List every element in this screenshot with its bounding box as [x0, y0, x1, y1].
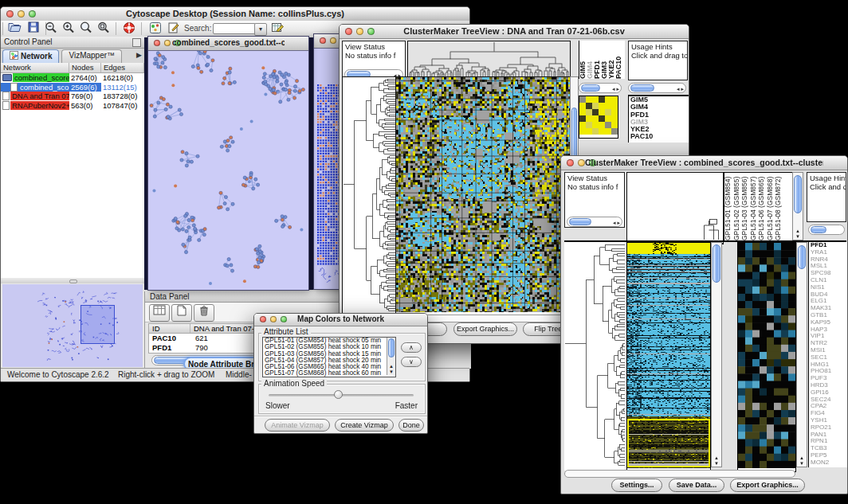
attribute-list-vscrollbar[interactable]: ▲▼ [387, 338, 395, 375]
move-attribute-down-button[interactable]: ∨ [401, 357, 422, 367]
close-button[interactable] [345, 28, 352, 35]
column-dendrogram-canvas [627, 173, 723, 240]
scrollbar-thumb[interactable] [798, 245, 806, 269]
close-button[interactable] [154, 40, 160, 46]
network-table-row[interactable]: DNA and Tran 07769(0)183728(0) [1, 92, 144, 101]
panel-splitter[interactable] [1, 278, 144, 283]
attribute-browser-button[interactable] [269, 21, 286, 36]
tab-vizmapper[interactable]: VizMapper™ [61, 49, 122, 64]
annotation-button[interactable] [165, 21, 183, 36]
search-input[interactable] [213, 23, 256, 34]
treeview1-titlebar[interactable]: ClusterMaker TreeView : DNA and Tran 07-… [340, 25, 689, 39]
attribute-listbox[interactable]: GPL51-01 (GSM854) heat shock 05 minGPL51… [262, 337, 396, 377]
close-button[interactable] [6, 10, 14, 18]
column-label[interactable]: GPL51-06 (GSM865) [758, 173, 767, 240]
close-button[interactable] [320, 37, 326, 44]
treeview1-hints-scrollbar[interactable]: ◂ ▸ [628, 83, 686, 93]
treeview2-save-data-button[interactable]: Save Data... [669, 479, 724, 492]
close-button[interactable] [567, 159, 574, 166]
scrollbar-arrows[interactable]: ◂ ▸ [613, 219, 620, 226]
scrollbar-arrows[interactable]: ◂ ▸ [677, 85, 684, 92]
minimize-button[interactable] [18, 10, 25, 18]
column-label[interactable]: GPL51-08 (GSM872) [775, 173, 783, 240]
tab-overflow-button[interactable]: ▶ [136, 49, 142, 63]
treeview2-labels-vscrollbar[interactable]: ▲▼ [792, 172, 803, 240]
main-title-bar[interactable]: Cytoscape Desktop (Session Name: collins… [1, 7, 469, 21]
minimize-button[interactable] [578, 159, 585, 166]
treeview1-export-graphics-button[interactable]: Export Graphics... [453, 322, 517, 336]
network-table-row[interactable]: combined_scores_2764(0)16218(0) [1, 73, 144, 83]
column-label[interactable]: PAC10 [615, 41, 622, 79]
minimize-button[interactable] [330, 37, 336, 44]
network-window-a-titlebar[interactable]: combined_scores_good.txt--cluste... [148, 37, 308, 51]
treeview2-global-heatmap[interactable] [626, 242, 711, 472]
birdseye-view[interactable] [2, 284, 143, 367]
column-header-nodes[interactable]: Nodes [69, 63, 101, 72]
gene-label[interactable]: MON2 [809, 459, 847, 467]
treeview2-status-scrollbar[interactable]: ◂ ▸ [567, 217, 622, 227]
search-dropdown-button[interactable]: ▾ [254, 23, 267, 36]
minimize-button[interactable] [356, 28, 363, 35]
scrollbar-arrows[interactable]: ◂ ▸ [612, 85, 619, 92]
scrollbar-thumb[interactable] [811, 226, 826, 233]
treeview2-settings-button[interactable]: Settings... [611, 479, 662, 492]
scrollbar-thumb[interactable] [794, 175, 802, 213]
tab-network[interactable]: Network [2, 49, 59, 64]
zoom-selected-button[interactable] [95, 21, 112, 36]
network-table-row[interactable]: RNAPuberNov2+!563(0)107847(0) [1, 101, 144, 111]
treeview1-row-dendrogram[interactable] [342, 76, 396, 316]
treeview2-global-vscrollbar[interactable]: ▲▼ [711, 242, 722, 467]
dialog-titlebar[interactable]: Map Colors to Network [254, 314, 427, 326]
move-attribute-up-button[interactable]: ∧ [401, 342, 422, 353]
minimize-button[interactable] [270, 316, 277, 322]
table-icon [153, 305, 166, 316]
select-attributes-button[interactable] [149, 304, 170, 322]
attribute-list-item[interactable]: GPL51-07 (GSM868) heat shock 60 min [263, 370, 395, 377]
help-button[interactable] [120, 21, 138, 36]
delete-attribute-button[interactable] [194, 304, 214, 322]
treeview2-hscrollbar[interactable] [564, 470, 795, 478]
row-label[interactable]: PAC10 [629, 133, 689, 140]
column-label[interactable]: GPL51-03 (GSM856) [741, 173, 750, 240]
column-header-id[interactable]: ID [149, 324, 190, 333]
done-button[interactable]: Done [398, 419, 424, 432]
treeview2-zoom-vscrollbar[interactable]: ▲▼ [796, 242, 807, 467]
slider-thumb[interactable] [334, 390, 343, 399]
open-file-button[interactable] [6, 21, 23, 36]
animate-vizmap-button[interactable]: Animate Vizmap [265, 419, 330, 432]
treeview1-heatmap[interactable] [395, 76, 571, 316]
scrollbar-arrows[interactable]: ▲▼ [797, 455, 807, 467]
scrollbar-arrows[interactable]: ▲▼ [387, 364, 395, 375]
minimize-button[interactable] [164, 40, 171, 46]
vizmap-button[interactable] [147, 21, 164, 36]
treeview2-row-dendrogram[interactable] [564, 242, 625, 471]
column-header-edges[interactable]: Edges [101, 63, 144, 72]
create-vizmap-button[interactable]: Create Vizmap [335, 419, 394, 432]
zoom-fit-button[interactable] [77, 21, 95, 36]
scrollbar-arrows[interactable]: ▲▼ [793, 229, 803, 240]
treeview2-export-graphics-button[interactable]: Export Graphics... [730, 479, 805, 492]
scrollbar-thumb[interactable] [630, 84, 654, 92]
treeview1-zoom-heatmap[interactable] [579, 96, 618, 139]
scrollbar-thumb[interactable] [569, 218, 591, 225]
float-panel-icon[interactable] [132, 38, 141, 47]
network-table-row[interactable]: combined_sco2569(6)13112(15) [1, 83, 144, 92]
treeview2-hints-scrollbar[interactable] [808, 225, 845, 235]
save-session-button[interactable] [25, 21, 42, 36]
close-button[interactable] [260, 316, 266, 322]
scrollbar-arrows[interactable]: ▲▼ [712, 455, 721, 467]
network-canvas-a[interactable] [149, 51, 308, 290]
treeview2-column-dendrogram[interactable] [626, 172, 724, 244]
scrollbar-thumb[interactable] [581, 84, 600, 92]
column-label[interactable]: GPL51-01 (GSM854) [724, 173, 733, 240]
scrollbar-thumb[interactable] [388, 338, 395, 357]
treeview2-zoom-heatmap[interactable] [737, 242, 796, 472]
zoom-out-button[interactable] [42, 21, 60, 36]
treeview2-titlebar[interactable]: ClusterMaker TreeView : combined_scores_… [561, 156, 847, 170]
treeview1-zoom-hscrollbar[interactable]: ◂ ▸ [579, 83, 622, 93]
zoom-in-button[interactable] [60, 21, 77, 36]
column-header-network[interactable]: Network [1, 63, 69, 72]
scrollbar-thumb[interactable] [713, 244, 720, 283]
new-attribute-button[interactable] [171, 304, 192, 322]
treeview1-column-dendrogram[interactable] [407, 41, 571, 80]
